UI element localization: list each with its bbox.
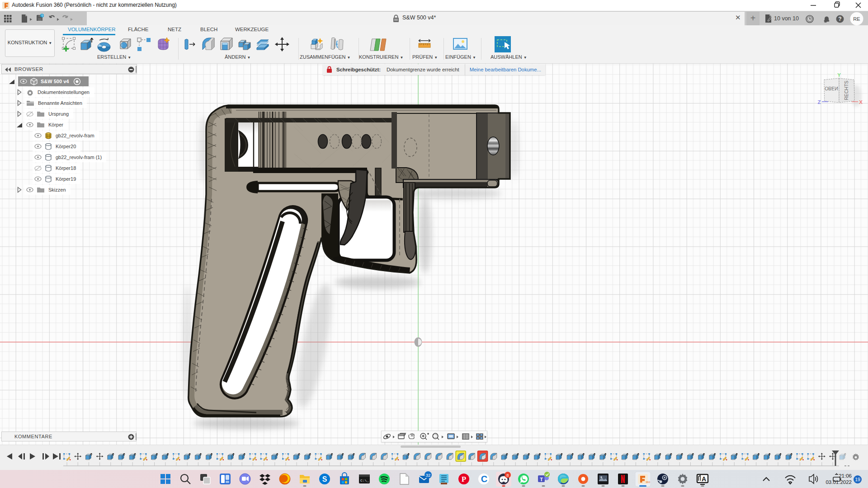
- svg-text:S: S: [322, 475, 327, 483]
- svg-text:8: 8: [506, 473, 509, 478]
- svg-text:C:\_: C:\_: [360, 479, 369, 483]
- svg-text:21:06: 21:06: [839, 473, 852, 479]
- svg-text:T: T: [540, 477, 543, 482]
- svg-text:Z: Z: [817, 99, 821, 105]
- svg-text:RECHTS: RECHTS: [844, 80, 849, 100]
- svg-text:P: P: [462, 475, 466, 483]
- svg-text:?: ?: [838, 16, 841, 22]
- svg-text:A: A: [702, 475, 706, 483]
- svg-text:360: 360: [646, 481, 651, 483]
- svg-text:OBEN: OBEN: [825, 86, 838, 91]
- svg-text:03.01.2022: 03.01.2022: [826, 479, 852, 485]
- svg-text:X: X: [859, 99, 863, 105]
- svg-text:32: 32: [426, 473, 431, 478]
- svg-text:19: 19: [855, 477, 860, 482]
- svg-text:RE: RE: [853, 16, 860, 22]
- svg-text:C: C: [481, 474, 487, 484]
- svg-text:Y: Y: [837, 72, 841, 78]
